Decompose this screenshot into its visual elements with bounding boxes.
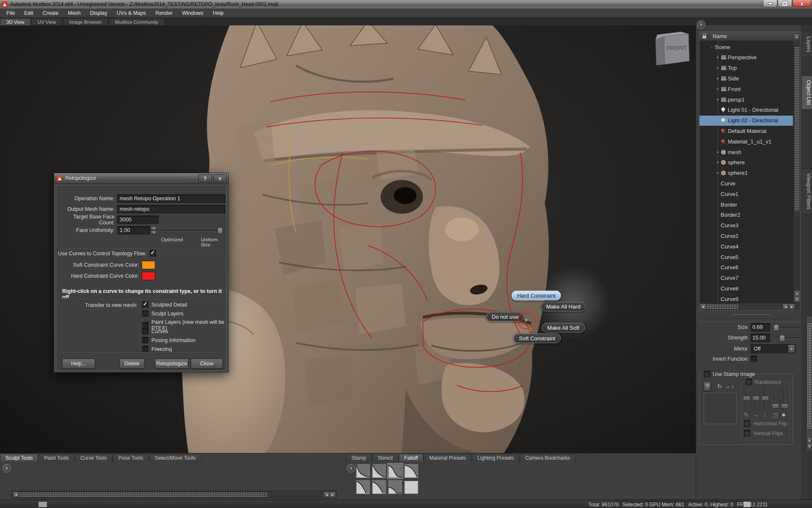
properties-scroll-thumb[interactable] — [807, 322, 812, 430]
checkbox-paint-layers-new-mesh-will-be-ptex[interactable] — [142, 322, 148, 329]
checkbox-freezing[interactable] — [142, 346, 148, 352]
expander-icon[interactable]: + — [716, 150, 720, 155]
viewtab-image-browser[interactable]: Image Browser — [63, 18, 108, 25]
menu-mesh[interactable]: Mesh — [63, 9, 85, 17]
tree-row-sphere[interactable]: +sphere — [700, 157, 793, 168]
properties-scrollbar[interactable]: ▲ ▼ — [806, 316, 812, 451]
expander-icon[interactable]: + — [716, 55, 720, 60]
menu-display[interactable]: Display — [85, 9, 112, 17]
tab-camera-bookmarks[interactable]: Camera Bookmarks — [520, 454, 576, 461]
horizontal-range-icon[interactable]: ↔ — [753, 412, 759, 417]
falloff-shallow[interactable] — [388, 480, 402, 494]
tab-stamp[interactable]: Stamp — [346, 454, 372, 461]
size-slider-handle[interactable] — [774, 324, 779, 331]
spinner-up-icon[interactable]: ▲ — [151, 226, 157, 230]
expander-icon[interactable]: + — [716, 87, 720, 91]
tree-row-curve6[interactable]: Curve6 — [700, 262, 793, 273]
dialog-help-button[interactable]: ? — [198, 174, 212, 182]
falloff-concave[interactable] — [372, 464, 386, 478]
tree-row-default-material[interactable]: Default Material — [700, 126, 793, 136]
tool-tray-expand-button[interactable]: › — [3, 464, 11, 472]
tree-row-curve9[interactable]: Curve9 — [700, 294, 793, 303]
tab-curve-tools[interactable]: Curve Tools — [75, 454, 112, 461]
tree-row-curve7[interactable]: Curve7 — [700, 273, 793, 283]
hard-constraint-color-swatch[interactable] — [142, 272, 155, 280]
object-list-horizontal-scrollbar[interactable]: ◀ ◀ ▶ — [700, 303, 800, 310]
tab-pose-tools[interactable]: Pose Tools — [113, 454, 148, 461]
falloff-dome-mid[interactable] — [372, 480, 386, 494]
expander-icon[interactable]: + — [716, 97, 720, 102]
falloff-constant[interactable] — [404, 480, 418, 494]
restore-button[interactable] — [778, 0, 792, 7]
checkbox-posing-information[interactable] — [142, 337, 148, 343]
tree-row-curve3[interactable]: Curve3 — [700, 221, 793, 231]
invert-function-checkbox[interactable] — [751, 356, 757, 362]
tab-paint-tools[interactable]: Paint Tools — [38, 454, 74, 461]
target-face-count-input[interactable] — [117, 215, 159, 224]
rotate-icon[interactable]: ↻ — [717, 384, 722, 389]
scroll-up-button[interactable]: ▲ — [794, 290, 800, 297]
menu-render[interactable]: Render — [151, 9, 177, 17]
tab-falloff[interactable]: Falloff — [399, 454, 423, 461]
slider-handle[interactable] — [217, 227, 223, 234]
mirror-dropdown[interactable]: Off ▼ — [751, 344, 796, 353]
flip-vertical-icon[interactable]: ↕ — [731, 384, 734, 389]
horizontal-flip-checkbox[interactable] — [744, 420, 750, 427]
scroll-left-button[interactable]: ◀ — [700, 304, 706, 310]
tree-row-light-01-directional[interactable]: Light 01 - Directional — [700, 105, 793, 115]
tool-scroll-thumb[interactable] — [19, 491, 268, 498]
tree-row-side[interactable]: +Side — [700, 73, 793, 83]
strength-slider[interactable] — [774, 335, 801, 341]
tree-row-curve[interactable]: Curve — [700, 178, 793, 188]
tree-row-perspective[interactable]: +Perspective — [700, 52, 793, 63]
random-slider-handle[interactable] — [772, 403, 779, 409]
rotate-icon[interactable]: ↻ — [744, 412, 749, 417]
operation-name-input[interactable] — [117, 194, 225, 203]
menu-item-soft-constraint[interactable]: Soft Constraint — [513, 334, 561, 343]
falloff-dome-steep[interactable] — [356, 480, 370, 494]
export-icon[interactable]: ◳ — [773, 412, 778, 417]
face-uniformity-slider[interactable] — [160, 227, 223, 233]
menu-windows[interactable]: Windows — [177, 9, 208, 17]
scroll-down-button[interactable]: ▼ — [794, 296, 800, 303]
scroll-up-button[interactable]: ▲ — [793, 33, 800, 40]
scroll-left-button[interactable]: ◀ — [324, 491, 330, 498]
menu-item-make-all-hard[interactable]: Make All Hard — [541, 302, 586, 312]
spinner-down-icon[interactable]: ▼ — [151, 230, 157, 235]
random-slider-handle[interactable] — [781, 403, 788, 409]
tree-row-curve1[interactable]: Curve1 — [700, 189, 793, 199]
use-curves-checkbox[interactable] — [150, 250, 156, 257]
retopologize-button[interactable]: Retopologize — [155, 359, 189, 369]
vertical-flip-checkbox[interactable] — [744, 430, 750, 436]
tree-row-front[interactable]: +Front — [700, 84, 793, 94]
face-uniformity-spinner[interactable]: ▲ ▼ — [151, 226, 157, 235]
tree-row-mesh[interactable]: +mesh — [700, 147, 793, 157]
expander-icon[interactable]: + — [716, 76, 720, 81]
dialog-close-button[interactable]: × — [213, 174, 227, 182]
tab-object-list[interactable]: Object List — [802, 75, 812, 110]
tree-row-light-02-directional[interactable]: Light 02 - Directional — [700, 116, 793, 126]
horizontal-scroll-thumb[interactable] — [706, 304, 738, 310]
status-indicator[interactable] — [743, 501, 751, 508]
close-button[interactable]: x — [793, 0, 811, 7]
tab-lighting-presets[interactable]: Lighting Presets — [472, 454, 519, 461]
strength-slider-handle[interactable] — [779, 335, 785, 342]
scroll-down-button[interactable]: ▼ — [807, 443, 812, 450]
tree-row-curve4[interactable]: Curve4 — [700, 241, 793, 251]
help-button[interactable]: Help... — [62, 359, 95, 369]
falloff-shoulder[interactable] — [388, 464, 402, 478]
tree-row-top[interactable]: +Top — [700, 63, 793, 73]
scroll-right-button[interactable]: ▶ — [329, 491, 336, 498]
checkbox-sculpted-detail[interactable] — [142, 301, 148, 308]
panel-expand-button[interactable]: › — [697, 20, 705, 29]
viewtab-uv-view[interactable]: UV View — [31, 18, 63, 25]
falloff-steep[interactable] — [356, 464, 370, 478]
vertical-scroll-thumb[interactable] — [794, 47, 800, 211]
scroll-up-button[interactable]: ▲ — [807, 437, 812, 444]
status-resize-grip[interactable] — [38, 501, 47, 508]
viewtab-3d-view[interactable]: 3D View — [0, 18, 31, 25]
checkbox-sculpt-layers[interactable] — [142, 310, 148, 317]
use-stamp-image-checkbox[interactable] — [704, 371, 710, 377]
expander-icon[interactable]: + — [716, 66, 720, 70]
scroll-left-button[interactable]: ◀ — [782, 304, 789, 310]
